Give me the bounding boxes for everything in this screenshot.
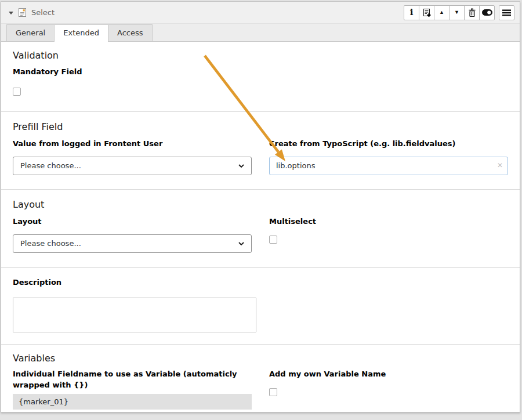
toolbar-button-group: i ▲ <box>404 5 495 20</box>
typoscript-input[interactable] <box>269 157 508 175</box>
triangle-up-icon: ▲ <box>439 10 444 15</box>
description-textarea[interactable] <box>13 298 256 332</box>
info-icon: i <box>410 8 414 17</box>
marker-readonly-input <box>13 394 252 410</box>
tab-bar: General Extended Access <box>1 24 520 42</box>
own-variable-label: Add my own Variable Name <box>269 369 508 380</box>
delete-button[interactable] <box>464 5 480 20</box>
trash-icon <box>468 8 476 17</box>
multiselect-checkbox[interactable] <box>269 236 277 244</box>
fieldname-variable-label: Individual Fieldname to use as Variable … <box>13 369 252 391</box>
section-layout: Layout Layout Please choose... Multisele… <box>1 189 520 267</box>
element-header: Select i <box>1 2 520 24</box>
move-up-button[interactable]: ▲ <box>434 5 449 20</box>
layout-left-column: Layout Please choose... <box>13 216 252 253</box>
section-variables: Variables Individual Fieldname to use as… <box>1 344 520 412</box>
frontend-user-label: Value from logged in Frontent User <box>13 139 252 150</box>
mandatory-field-label: Mandatory Field <box>13 67 508 78</box>
mandatory-field-checkbox[interactable] <box>13 88 21 96</box>
layout-label: Layout <box>13 216 252 227</box>
frontend-user-select[interactable]: Please choose... <box>13 157 252 175</box>
content-element-icon <box>18 8 27 17</box>
form-element-panel: Select i <box>1 1 520 412</box>
variables-heading: Variables <box>13 353 508 364</box>
move-down-button[interactable]: ▼ <box>449 5 465 20</box>
hamburger-icon <box>502 9 511 16</box>
tab-general[interactable]: General <box>6 24 55 41</box>
triangle-down-icon: ▼ <box>454 10 459 15</box>
tab-access[interactable]: Access <box>108 24 153 41</box>
validation-heading: Validation <box>13 50 508 61</box>
layout-heading: Layout <box>13 199 508 211</box>
frontend-user-select-value: Please choose... <box>20 161 238 170</box>
prefill-heading: Prefill Field <box>13 121 508 133</box>
caret-down-icon[interactable] <box>9 12 13 15</box>
layout-select[interactable]: Please choose... <box>13 234 252 253</box>
new-record-button[interactable] <box>419 5 434 20</box>
clear-input-icon[interactable]: ✕ <box>497 162 503 169</box>
section-prefill: Prefill Field Value from logged in Front… <box>1 111 520 189</box>
variables-left-column: Individual Fieldname to use as Variable … <box>13 369 252 410</box>
layout-right-column: Multiselect <box>269 216 508 253</box>
section-description: Description <box>1 267 520 344</box>
prefill-right-column: Create from TypoScript (e.g. lib.fieldva… <box>269 139 508 175</box>
section-validation: Validation Mandatory Field <box>1 42 520 111</box>
menu-button[interactable] <box>499 5 514 20</box>
element-toolbar: i ▲ <box>404 5 514 20</box>
toggle-on-icon <box>482 9 492 16</box>
description-label: Description <box>13 277 508 288</box>
layout-select-value: Please choose... <box>20 239 238 248</box>
multiselect-label: Multiselect <box>269 216 508 227</box>
variables-right-column: Add my own Variable Name <box>269 369 508 410</box>
tab-extended[interactable]: Extended <box>54 24 108 42</box>
typoscript-label: Create from TypoScript (e.g. lib.fieldva… <box>269 139 508 150</box>
own-variable-checkbox[interactable] <box>269 388 277 396</box>
chevron-down-icon <box>238 242 244 245</box>
chevron-down-icon <box>238 164 244 168</box>
info-button[interactable]: i <box>404 5 419 20</box>
element-title: Select <box>31 8 55 17</box>
toggle-visibility-button[interactable] <box>479 5 495 20</box>
prefill-left-column: Value from logged in Frontent User Pleas… <box>13 139 252 175</box>
document-plus-icon <box>422 8 432 17</box>
